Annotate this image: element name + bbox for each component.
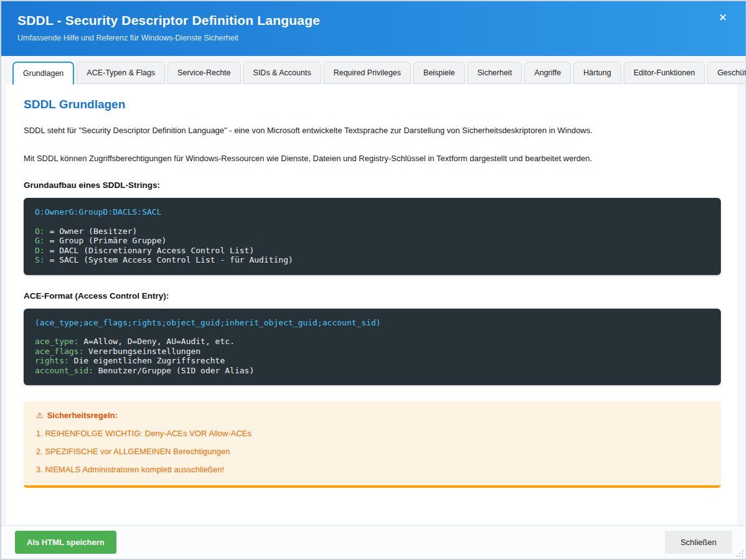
section-title-ace-format: ACE-Format (Access Control Entry): [24, 291, 721, 301]
section-title-sddl-string: Grundaufbau eines SDDL-Strings: [24, 180, 721, 190]
code-lines: ace_type: A=Allow, D=Deny, AU=Audit, etc… [35, 337, 710, 375]
tab-required-privileges[interactable]: Required Privileges [324, 62, 411, 84]
tab-angriffe[interactable]: Angriffe [524, 62, 571, 84]
tab-ace-typen-flags[interactable]: ACE-Typen & Flags [77, 62, 165, 84]
warning-title-text: Sicherheitsregeln: [47, 411, 118, 420]
warning-items: 1. REIHENFOLGE WICHTIG: Deny-ACEs VOR Al… [36, 429, 708, 474]
code-block-sddl-string: O:OwnerG:GroupD:DACLS:SACL O: = Owner (B… [24, 198, 721, 275]
tab-haertung[interactable]: Härtung [573, 62, 621, 84]
tab-service-rechte[interactable]: Service-Rechte [167, 62, 240, 84]
code-line: G: = Group (Primäre Gruppe) [35, 236, 710, 246]
tab-bar: GrundlagenACE-Typen & FlagsService-Recht… [1, 56, 746, 84]
security-rules-warning: ⚠Sicherheitsregeln: 1. REIHENFOLGE WICHT… [24, 401, 721, 488]
warning-item: 1. REIHENFOLGE WICHTIG: Deny-ACEs VOR Al… [36, 429, 708, 438]
code-line: O: = Owner (Besitzer) [35, 226, 710, 236]
code-line: ace_flags: Vererbungseinstellungen [35, 347, 710, 357]
code-line: D: = DACL (Discretionary Access Control … [35, 246, 710, 256]
dialog-subtitle: Umfassende Hilfe und Referenz für Window… [17, 34, 728, 42]
intro-paragraph-1: SDDL steht für "Security Descriptor Defi… [24, 125, 721, 136]
intro-paragraph-2: Mit SDDL können Zugriffsberechtigungen f… [24, 153, 721, 164]
warning-title: ⚠Sicherheitsregeln: [36, 411, 708, 420]
warning-item: 2. SPEZIFISCHE vor ALLGEMEINEN Berechtig… [36, 447, 708, 456]
resize-grip-icon[interactable] [735, 549, 744, 558]
dialog-footer: Als HTML speichern Schließen [1, 525, 746, 559]
code-lines: O: = Owner (Besitzer)G: = Group (Primäre… [35, 226, 710, 265]
code-line: rights: Die eigentlichen Zugriffsrechte [35, 356, 710, 366]
tab-sids-accounts[interactable]: SIDs & Accounts [243, 62, 321, 84]
tab-beispiele[interactable]: Beispiele [413, 62, 465, 84]
warning-item: 3. NIEMALS Administratoren komplett auss… [36, 465, 708, 474]
sddl-help-dialog: SDDL - Security Descriptor Definition La… [0, 0, 747, 560]
tab-geschuetzte-dienste[interactable]: Geschützte Dienste [707, 62, 747, 84]
code-block-ace-format: (ace_type;ace_flags;rights;object_guid;i… [24, 309, 721, 386]
dialog-title: SDDL - Security Descriptor Definition La… [17, 13, 728, 28]
code-line: account_sid: Benutzer/Gruppe (SID oder A… [35, 366, 710, 376]
warning-icon: ⚠ [36, 411, 44, 420]
tab-sicherheit[interactable]: Sicherheit [467, 62, 522, 84]
dialog-header: SDDL - Security Descriptor Definition La… [1, 1, 746, 56]
code-line: S: = SACL (System Access Control List - … [35, 255, 710, 265]
code-header: O:OwnerG:GroupD:DACLS:SACL [35, 207, 710, 217]
tab-editor-funktionen[interactable]: Editor-Funktionen [624, 62, 705, 84]
page-title: SDDL Grundlagen [24, 98, 721, 111]
save-as-html-button[interactable]: Als HTML speichern [15, 531, 116, 554]
tab-panel-grundlagen: SDDL Grundlagen SDDL steht für "Security… [6, 84, 737, 525]
close-button[interactable]: Schließen [665, 531, 732, 554]
code-header: (ace_type;ace_flags;rights;object_guid;i… [35, 318, 710, 328]
close-icon[interactable]: ✕ [715, 10, 731, 26]
tab-grundlagen[interactable]: Grundlagen [12, 62, 74, 85]
code-line: ace_type: A=Allow, D=Deny, AU=Audit, etc… [35, 337, 710, 347]
